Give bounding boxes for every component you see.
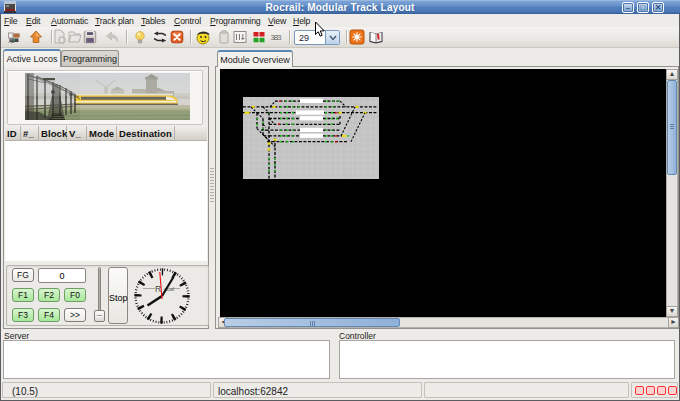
svg-text:R: R <box>155 284 161 294</box>
svg-text:383: 383 <box>271 33 283 42</box>
